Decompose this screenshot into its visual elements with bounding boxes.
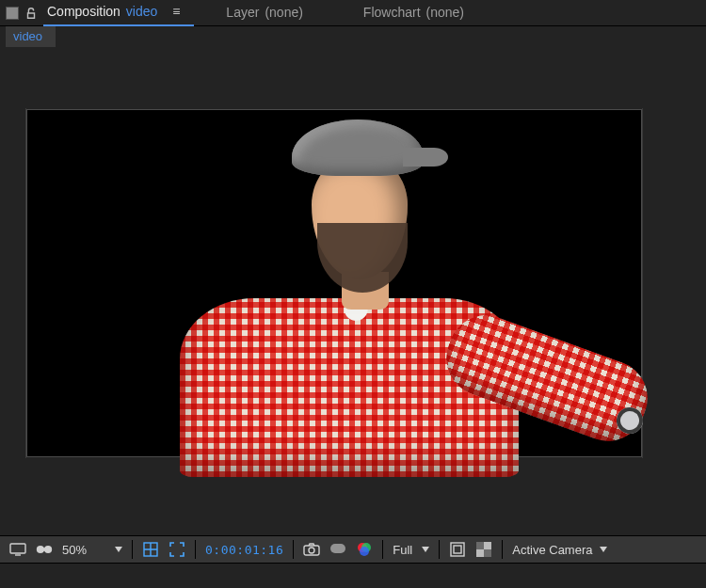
divider — [195, 540, 196, 559]
current-timecode[interactable]: 0:00:01:16 — [205, 543, 283, 557]
viewer-footer: 50% 0:00:01:16 — [0, 535, 706, 588]
chevron-down-icon — [422, 547, 429, 552]
label-color-swatch — [6, 7, 19, 20]
canvas-frame[interactable] — [26, 109, 642, 457]
svg-point-9 — [360, 547, 369, 556]
svg-rect-11 — [454, 546, 461, 553]
tab-layer-label: Layer — [226, 5, 259, 20]
svg-rect-13 — [476, 542, 484, 549]
tab-flowchart-label: Flowchart — [363, 5, 421, 20]
breadcrumb-comp[interactable]: video — [6, 26, 56, 47]
composition-viewer[interactable] — [0, 51, 706, 535]
resolution-value: Full — [393, 543, 412, 557]
svg-rect-3 — [42, 548, 45, 550]
svg-rect-0 — [10, 544, 25, 553]
tab-composition-name: video — [126, 4, 157, 19]
composition-breadcrumb-bar: video — [0, 26, 706, 51]
camera-select[interactable]: Active Camera — [512, 543, 607, 557]
svg-rect-10 — [451, 543, 464, 556]
region-of-interest-icon[interactable] — [168, 541, 185, 558]
goggles-icon[interactable] — [36, 541, 53, 558]
tab-composition-label: Composition — [47, 4, 120, 19]
color-management-icon[interactable] — [356, 541, 373, 558]
divider — [382, 540, 383, 559]
lock-icon[interactable] — [24, 7, 38, 20]
tab-layer[interactable]: Layer (none) — [222, 0, 316, 26]
tab-flowchart[interactable]: Flowchart (none) — [360, 0, 477, 26]
preview-content — [89, 125, 579, 464]
svg-point-6 — [309, 548, 314, 553]
viewer-controls: 50% 0:00:01:16 — [0, 535, 706, 564]
tab-flowchart-detail: (none) — [426, 5, 464, 20]
camera-value: Active Camera — [512, 543, 592, 557]
divider — [293, 540, 294, 559]
tab-composition[interactable]: Composition video ≡ — [43, 0, 194, 26]
monitor-icon[interactable] — [9, 541, 26, 558]
show-snapshot-icon[interactable] — [329, 541, 346, 558]
breadcrumb-comp-label: video — [13, 29, 42, 43]
zoom-select[interactable]: 50% — [62, 543, 122, 557]
divider — [132, 540, 133, 559]
transparency-grid-icon[interactable] — [475, 541, 492, 558]
svg-rect-14 — [484, 549, 491, 557]
zoom-value: 50% — [62, 543, 105, 557]
panel-menu-icon[interactable]: ≡ — [172, 4, 181, 19]
divider — [439, 540, 440, 559]
tab-layer-detail: (none) — [265, 5, 302, 20]
resolution-grid-icon[interactable] — [142, 541, 159, 558]
resolution-select[interactable]: Full — [393, 543, 429, 557]
chevron-down-icon — [115, 547, 122, 552]
chevron-down-icon — [600, 547, 607, 552]
snapshot-icon[interactable] — [303, 541, 320, 558]
panel-tab-strip: Composition video ≡ Layer (none) Flowcha… — [0, 0, 706, 26]
safe-zones-icon[interactable] — [449, 541, 466, 558]
divider — [502, 540, 503, 559]
